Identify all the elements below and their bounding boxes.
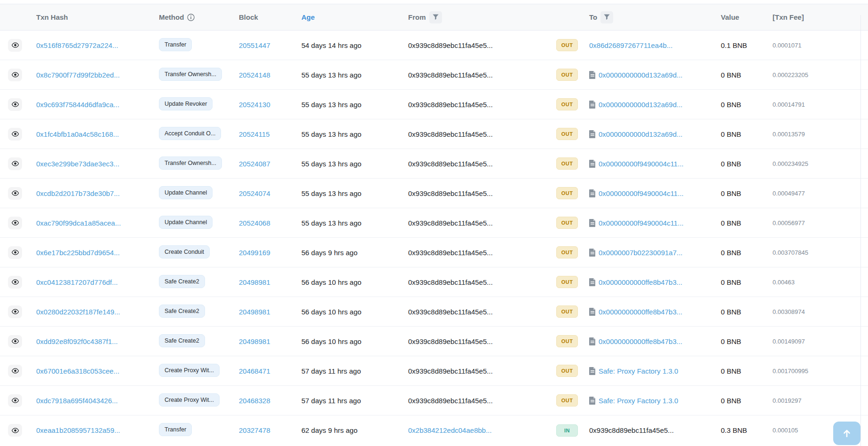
preview-txn-button[interactable] — [8, 39, 22, 52]
txn-hash-link[interactable]: 0xdd92e8f092f0c4387f1... — [36, 337, 118, 345]
method-badge: Create Proxy Wit... — [159, 393, 220, 407]
block-link[interactable]: 20498981 — [239, 337, 270, 345]
value-text: 0 BNB — [721, 101, 741, 109]
to-address[interactable]: 0x0000000000ffe8b47b3... — [599, 337, 682, 345]
table-row: 0xdc7918a695f4043426... Create Proxy Wit… — [0, 386, 868, 415]
block-link[interactable]: 20327478 — [239, 426, 270, 434]
txn-hash-link[interactable]: 0x67001e6a318c053cee... — [36, 367, 119, 375]
preview-txn-button[interactable] — [8, 424, 22, 437]
txn-hash-link[interactable]: 0xc04123817207d776df... — [36, 278, 118, 286]
block-link[interactable]: 20524148 — [239, 71, 270, 79]
document-icon — [589, 249, 596, 257]
txn-hash-link[interactable]: 0x516f8765d27972a224... — [36, 41, 118, 49]
preview-txn-button[interactable] — [8, 157, 22, 170]
document-icon — [589, 219, 596, 227]
table-row: 0xec3e299be73dae3ec3... Transfer Ownersh… — [0, 149, 868, 179]
txn-hash-link[interactable]: 0xdc7918a695f4043426... — [36, 397, 118, 405]
block-link[interactable]: 20524130 — [239, 101, 270, 109]
from-filter-button[interactable] — [429, 11, 442, 23]
txn-hash-link[interactable]: 0xcdb2d2017b73de30b7... — [36, 189, 120, 197]
method-badge: Create Proxy Wit... — [159, 364, 220, 377]
preview-txn-button[interactable] — [8, 276, 22, 289]
to-address[interactable]: Safe: Proxy Factory 1.3.0 — [599, 367, 678, 375]
txn-hash-link[interactable]: 0xec3e299be73dae3ec3... — [36, 160, 119, 168]
age-text: 55 days 13 hrs ago — [301, 101, 362, 109]
eye-icon — [12, 220, 19, 226]
table-row: 0xcdb2d2017b73de30b7... Update Channel 2… — [0, 179, 868, 208]
table-row: 0xeaa1b2085957132a59... Transfer 2032747… — [0, 415, 868, 445]
method-badge: Update Channel — [159, 216, 213, 229]
to-address[interactable]: 0x0000000000d132a69d... — [599, 71, 683, 79]
txn-hash-link[interactable]: 0x8c7900f77d99f2bb2ed... — [36, 71, 120, 79]
txn-hash-link[interactable]: 0x6e17bc225bbd7d9654... — [36, 249, 120, 257]
from-address: 0x939c8d89ebc11fa45e5... — [408, 397, 493, 405]
to-address[interactable]: 0x00000000f9490004c11... — [599, 160, 684, 168]
header-block: Block — [234, 13, 295, 21]
preview-txn-button[interactable] — [8, 98, 22, 111]
block-link[interactable]: 20498981 — [239, 278, 270, 286]
preview-txn-button[interactable] — [8, 128, 22, 141]
preview-txn-button[interactable] — [8, 394, 22, 407]
value-text: 0.3 BNB — [721, 426, 747, 434]
preview-txn-button[interactable] — [8, 187, 22, 200]
direction-badge: OUT — [556, 365, 578, 377]
block-link[interactable]: 20524068 — [239, 219, 270, 227]
method-badge: Update Channel — [159, 186, 213, 199]
to-filter-button[interactable] — [600, 11, 613, 23]
age-text: 55 days 13 hrs ago — [301, 71, 362, 79]
preview-txn-button[interactable] — [8, 246, 22, 259]
preview-txn-button[interactable] — [8, 335, 22, 348]
method-badge: Transfer — [159, 423, 192, 436]
txn-fee-text: 0.00463 — [773, 279, 795, 286]
scroll-to-top-button[interactable] — [833, 422, 860, 445]
block-link[interactable]: 20524074 — [239, 189, 270, 197]
method-badge: Transfer — [159, 38, 192, 51]
block-link[interactable]: 20468328 — [239, 397, 270, 405]
header-age[interactable]: Age — [295, 13, 402, 21]
info-circle-icon[interactable] — [187, 14, 195, 21]
to-address[interactable]: 0x0000007b02230091a7... — [599, 249, 683, 257]
table-body: 0x516f8765d27972a224... Transfer 2055144… — [0, 31, 868, 445]
block-link[interactable]: 20524115 — [239, 130, 270, 138]
preview-txn-button[interactable] — [8, 217, 22, 229]
age-text: 56 days 9 hrs ago — [301, 249, 357, 257]
direction-badge: OUT — [556, 128, 578, 140]
to-address[interactable]: 0x86d26897267711ea4b... — [589, 41, 672, 49]
to-address: 0x939c8d89ebc11fa45e5... — [589, 426, 674, 434]
age-text: 55 days 13 hrs ago — [301, 219, 362, 227]
to-address[interactable]: 0x0000000000d132a69d... — [599, 130, 683, 138]
to-address[interactable]: 0x00000000f9490004c11... — [599, 189, 684, 197]
block-link[interactable]: 20499169 — [239, 249, 270, 257]
txn-hash-link[interactable]: 0xac790f99dca1a85acea... — [36, 219, 121, 227]
from-address: 0x939c8d89ebc11fa45e5... — [408, 189, 493, 197]
eye-icon — [12, 368, 19, 374]
block-link[interactable]: 20551447 — [239, 41, 270, 49]
value-text: 0.1 BNB — [721, 41, 747, 49]
block-link[interactable]: 20524087 — [239, 160, 270, 168]
to-address[interactable]: 0x0000000000d132a69d... — [599, 101, 683, 109]
from-address: 0x939c8d89ebc11fa45e5... — [408, 249, 493, 257]
preview-txn-button[interactable] — [8, 69, 22, 81]
card-right-border — [860, 15, 861, 446]
preview-txn-button[interactable] — [8, 305, 22, 318]
to-address[interactable]: Safe: Proxy Factory 1.3.0 — [599, 397, 678, 405]
value-text: 0 BNB — [721, 160, 741, 168]
funnel-icon — [604, 14, 610, 20]
to-address[interactable]: 0x00000000f9490004c11... — [599, 219, 684, 227]
txn-hash-link[interactable]: 0xeaa1b2085957132a59... — [36, 426, 120, 434]
preview-txn-button[interactable] — [8, 365, 22, 377]
direction-badge: OUT — [556, 335, 578, 347]
table-row: 0xdd92e8f092f0c4387f1... Safe Create2 20… — [0, 327, 868, 356]
from-address: 0x939c8d89ebc11fa45e5... — [408, 337, 493, 345]
to-address[interactable]: 0x0000000000ffe8b47b3... — [599, 278, 682, 286]
to-address[interactable]: 0x0000000000ffe8b47b3... — [599, 308, 682, 316]
txn-hash-link[interactable]: 0x0280d22032f187fe149... — [36, 308, 120, 316]
block-link[interactable]: 20498981 — [239, 308, 270, 316]
txn-hash-link[interactable]: 0x1fc4bfb1a0a4c58c168... — [36, 130, 119, 138]
eye-icon — [12, 161, 19, 166]
from-address: 0x939c8d89ebc11fa45e5... — [408, 367, 493, 375]
block-link[interactable]: 20468471 — [239, 367, 270, 375]
from-address[interactable]: 0x2b384212edc04ae8bb... — [408, 426, 492, 434]
txn-fee-text: 0.00056977 — [773, 219, 805, 227]
txn-hash-link[interactable]: 0x9c693f75844d6dfa9ca... — [36, 101, 119, 109]
